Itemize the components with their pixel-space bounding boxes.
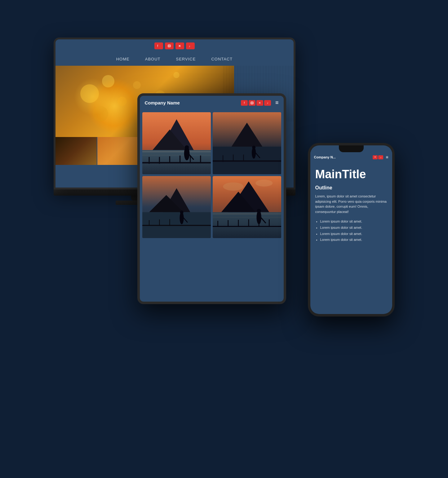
svg-point-2 <box>169 45 170 46</box>
svg-rect-37 <box>142 225 211 226</box>
svg-point-60 <box>257 209 261 213</box>
laptop-x-icon[interactable]: ✕ <box>175 42 184 49</box>
phone-company-name: Company N... <box>314 155 336 159</box>
tablet-social-icons: f ✕ ♪ <box>241 100 271 106</box>
svg-rect-5 <box>251 102 253 104</box>
laptop-social-bar: f ✕ ♪ <box>55 39 294 52</box>
tablet-image-top-right <box>213 112 281 174</box>
tablet-company-name: Company Name <box>145 100 180 105</box>
phone-list: Lorem ipsum dolor sit amet. Lorem ipsum … <box>315 219 387 243</box>
svg-point-46 <box>255 180 273 187</box>
laptop-nav-contact[interactable]: CONTACT <box>211 57 233 61</box>
tablet-image-bottom-right <box>213 176 281 238</box>
phone-list-item-1: Lorem ipsum dolor sit amet. <box>320 219 387 225</box>
laptop-nav: HOME ABOUT SERVICE CONTACT <box>55 52 294 66</box>
svg-point-31 <box>252 146 255 149</box>
phone-content: MainTitle Outline Lorem, ipsum dolor sit… <box>310 162 392 249</box>
phone-hamburger-icon[interactable]: ≡ <box>386 155 388 160</box>
phone-body-text: Lorem, ipsum dolor sit amet consectetur … <box>315 194 387 214</box>
tablet-images-grid <box>140 110 284 241</box>
laptop-bottom-img2 <box>97 137 139 165</box>
phone-device: Company N... ✕ ♪ ≡ MainTitle Outline Lor… <box>308 143 395 316</box>
svg-point-45 <box>223 182 243 191</box>
tablet-image-bottom-left <box>142 176 211 238</box>
laptop-facebook-icon[interactable]: f <box>154 42 163 49</box>
laptop-tiktok-icon[interactable]: ♪ <box>186 42 195 49</box>
svg-point-6 <box>251 102 253 104</box>
tablet-screen: Company Name f ✕ ♪ ≡ <box>140 96 284 302</box>
phone-outline-label: Outline <box>315 185 387 191</box>
svg-point-21 <box>185 145 189 149</box>
svg-rect-49 <box>213 212 281 238</box>
tablet-image-large <box>142 112 211 174</box>
tablet-x-icon[interactable]: ✕ <box>256 100 263 106</box>
tablet-header: Company Name f ✕ ♪ ≡ <box>140 96 284 110</box>
phone-main-title: MainTitle <box>315 168 387 180</box>
svg-rect-52 <box>213 226 281 227</box>
phone-list-item-4: Lorem ipsum dolor sit amet. <box>320 237 387 243</box>
laptop-instagram-icon[interactable] <box>165 42 174 49</box>
phone-social-icons: ✕ ♪ <box>373 155 383 159</box>
svg-point-42 <box>180 210 183 214</box>
laptop-nav-home[interactable]: HOME <box>116 57 130 61</box>
phone-x-icon[interactable]: ✕ <box>373 155 378 159</box>
phone-notch <box>339 145 364 152</box>
laptop-bottom-img1 <box>55 137 97 165</box>
tablet-facebook-icon[interactable]: f <box>241 100 248 106</box>
scene: f ✕ ♪ <box>54 38 395 440</box>
svg-text:✕: ✕ <box>178 44 181 47</box>
svg-text:f: f <box>157 44 158 47</box>
tablet-device: Company Name f ✕ ♪ ≡ <box>137 93 286 304</box>
laptop-nav-about[interactable]: ABOUT <box>145 57 161 61</box>
phone-header: Company N... ✕ ♪ ≡ <box>310 152 392 162</box>
svg-rect-1 <box>168 45 171 47</box>
phone-tiktok-icon[interactable]: ♪ <box>378 155 383 159</box>
laptop-nav-service[interactable]: SERVICE <box>176 57 196 61</box>
tablet-instagram-icon[interactable] <box>249 100 255 106</box>
laptop-bottom-images <box>55 137 139 165</box>
svg-text:♪: ♪ <box>189 45 190 47</box>
phone-screen: Company N... ✕ ♪ ≡ MainTitle Outline Lor… <box>310 145 392 314</box>
phone-list-item-3: Lorem ipsum dolor sit amet. <box>320 231 387 237</box>
tablet-tiktok-icon[interactable]: ♪ <box>264 100 271 106</box>
tablet-hamburger-icon[interactable]: ≡ <box>275 100 279 106</box>
phone-list-item-2: Lorem ipsum dolor sit amet. <box>320 225 387 231</box>
